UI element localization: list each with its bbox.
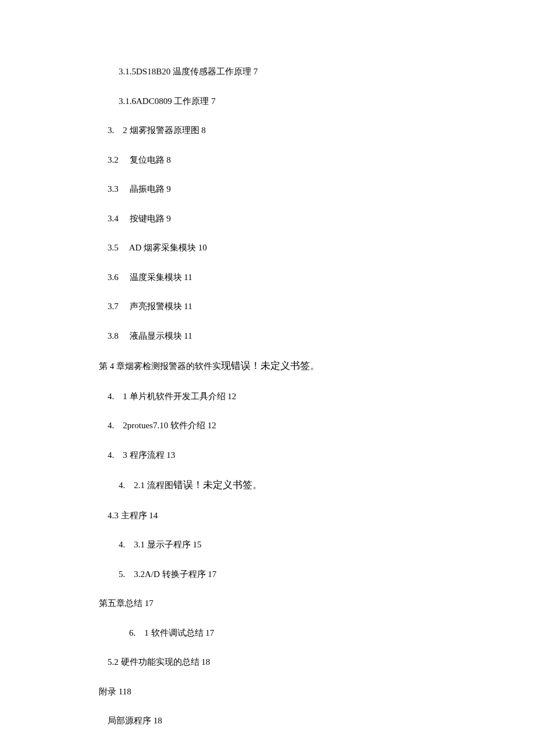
toc-text: 5. 3.2A/D 转换子程序 17	[119, 569, 216, 579]
toc-text: 3. 2 烟雾报警器原理图 8	[108, 126, 206, 135]
toc-entry: 3.4 按键电路 9	[99, 212, 535, 225]
toc-error-text: 错误！未定义书签。	[173, 479, 262, 490]
toc-entry: 附录 118	[99, 685, 535, 698]
toc-entry: 5. 3.2A/D 转换子程序 17	[99, 568, 535, 581]
toc-text: 4. 2protues7.10 软件介绍 12	[108, 421, 216, 430]
toc-text: 5.2 硬件功能实现的总结 18	[108, 657, 210, 667]
toc-text: 4. 3.1 显示子程序 15	[119, 540, 202, 549]
toc-text: 3.8 液晶显示模块 11	[108, 331, 192, 341]
toc-entry: 3.2 复位电路 8	[99, 153, 535, 167]
toc-entry: 3.3 晶振电路 9	[99, 182, 535, 196]
toc-entry: 4. 2protues7.10 软件介绍 12	[99, 419, 535, 432]
toc-text: 4. 1 单片机软件开发工具介绍 12	[108, 392, 236, 401]
toc-text: 3.1.6ADC0809 工作原理 7	[119, 96, 216, 106]
toc-text: 6. 1 软件调试总结 17	[129, 628, 214, 637]
toc-error-text: 现错误！未定义书签。	[221, 360, 320, 371]
toc-entry: 3. 2 烟雾报警器原理图 8	[99, 124, 535, 137]
toc-entry: 3.7 声亮报警模块 11	[99, 300, 535, 313]
toc-entry: 5.2 硬件功能实现的总结 18	[99, 655, 535, 669]
toc-entry: 3.8 液晶显示模块 11	[99, 329, 535, 343]
toc-entry: 第五章总结 17	[99, 597, 535, 610]
toc-entry: 4. 2.1 流程图错误！未定义书签。	[99, 478, 535, 493]
toc-text: 第 4 章烟雾检测报警器的软件实	[99, 361, 221, 371]
toc-entry: 4.3 主程序 14	[99, 509, 535, 522]
toc-text: 局部源程序 18	[108, 716, 162, 725]
toc-text: 4. 2.1 流程图	[119, 481, 173, 490]
toc-entry: 3.1.5DS18B20 温度传感器工作原理 7	[99, 65, 535, 78]
toc-text: 3.1.5DS18B20 温度传感器工作原理 7	[119, 67, 258, 76]
toc-entry: 局部源程序 18	[99, 714, 535, 728]
toc-text: 第五章总结 17	[99, 599, 154, 608]
toc-text: 4. 3 程序流程 13	[108, 450, 175, 460]
toc-entry: 4. 1 单片机软件开发工具介绍 12	[99, 390, 535, 403]
toc-entry: 4. 3.1 显示子程序 15	[99, 538, 535, 551]
toc-text: 3.2 复位电路 8	[108, 155, 171, 164]
toc-text: 3.4 按键电路 9	[108, 214, 171, 223]
toc-entry: 3.1.6ADC0809 工作原理 7	[99, 95, 535, 108]
toc-entry: 4. 3 程序流程 13	[99, 449, 535, 462]
toc-text: 4.3 主程序 14	[108, 511, 158, 520]
toc-entry: 3.6 温度采集模块 11	[99, 271, 535, 284]
toc-entry: 3.5 AD 烟雾采集模块 10	[99, 241, 535, 255]
toc-text: 3.7 声亮报警模块 11	[108, 302, 192, 311]
toc-entry: 第 4 章烟雾检测报警器的软件实现错误！未定义书签。	[99, 359, 535, 374]
toc-text: 附录 118	[99, 687, 131, 696]
table-of-contents: 3.1.5DS18B20 温度传感器工作原理 73.1.6ADC0809 工作原…	[99, 65, 535, 728]
toc-entry: 6. 1 软件调试总结 17	[99, 626, 535, 640]
toc-text: 3.5 AD 烟雾采集模块 10	[108, 243, 207, 252]
toc-text: 3.3 晶振电路 9	[108, 184, 171, 194]
toc-text: 3.6 温度采集模块 11	[108, 273, 192, 282]
